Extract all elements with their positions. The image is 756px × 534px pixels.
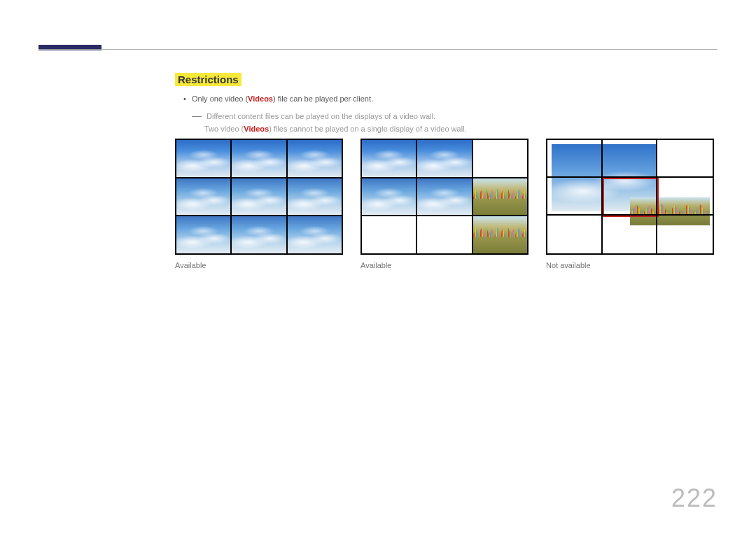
grid-cell <box>547 216 601 253</box>
examples-row: Available Available <box>175 139 718 269</box>
sub-bullet-text: Different content files can be played on… <box>206 112 435 120</box>
sub2-suffix: ) files cannot be played on a single dis… <box>269 125 467 133</box>
bullet-text-prefix: Only one video ( <box>192 94 248 103</box>
sub2-prefix: Two video ( <box>204 125 244 133</box>
grid-cell <box>176 216 230 253</box>
grid-cell <box>232 178 286 216</box>
example-not-available: Not available <box>546 139 714 269</box>
grid-cell <box>417 178 471 216</box>
grid-cell <box>659 140 713 177</box>
grid-cell <box>362 216 416 253</box>
grid-cell <box>659 178 713 216</box>
sub-bullet-text: Two video (Videos) files cannot be playe… <box>204 125 467 133</box>
grid-cell <box>659 216 713 253</box>
grid-cell <box>473 140 527 177</box>
grid-cell <box>417 216 471 253</box>
sub-bullet-item: Two video (Videos) files cannot be playe… <box>192 122 718 136</box>
video-wall-grid <box>360 139 528 255</box>
page-number: 222 <box>671 484 718 513</box>
grid-cell <box>288 178 342 216</box>
example-available-full: Available <box>175 139 343 269</box>
grid-cell <box>362 178 416 216</box>
grid-cell <box>288 140 342 177</box>
grid-cell <box>417 140 471 177</box>
example-caption: Available <box>175 261 343 269</box>
grid-cell <box>603 140 657 177</box>
bullet-list: • Only one video (Videos) file can be pl… <box>183 93 718 136</box>
videos-keyword: Videos <box>248 94 273 103</box>
grid-cell <box>232 140 286 177</box>
bullet-item: • Only one video (Videos) file can be pl… <box>183 93 718 106</box>
video-wall-grid <box>546 139 714 255</box>
conflict-highlight-box <box>603 178 659 217</box>
grid-cell <box>232 216 286 253</box>
grid-cell <box>176 140 230 177</box>
grid-cell <box>473 178 527 216</box>
grid-cell <box>473 216 527 253</box>
sub-bullet-list: ― Different content files can be played … <box>192 110 718 136</box>
bullet-dot: • <box>183 93 186 106</box>
grid-cell <box>176 178 230 216</box>
content-area: Restrictions • Only one video (Videos) f… <box>175 73 718 136</box>
bullet-text: Only one video (Videos) file can be play… <box>192 93 373 106</box>
header-rule <box>38 49 718 50</box>
grid-cell <box>362 140 416 177</box>
section-heading: Restrictions <box>175 73 241 86</box>
example-caption: Available <box>360 261 528 269</box>
page: Restrictions • Only one video (Videos) f… <box>0 0 756 534</box>
dash-icon: ― <box>192 110 202 121</box>
example-caption: Not available <box>546 261 714 269</box>
grid-cell <box>288 216 342 253</box>
bullet-text-suffix: ) file can be played per client. <box>273 94 373 103</box>
videos-keyword: Videos <box>244 125 269 133</box>
grid-cell <box>547 178 601 216</box>
grid-cell <box>603 216 657 253</box>
sub-bullet-item: ― Different content files can be played … <box>192 110 718 123</box>
video-wall-grid <box>175 139 343 255</box>
grid-cell <box>547 140 601 177</box>
example-available-partial: Available <box>360 139 528 269</box>
